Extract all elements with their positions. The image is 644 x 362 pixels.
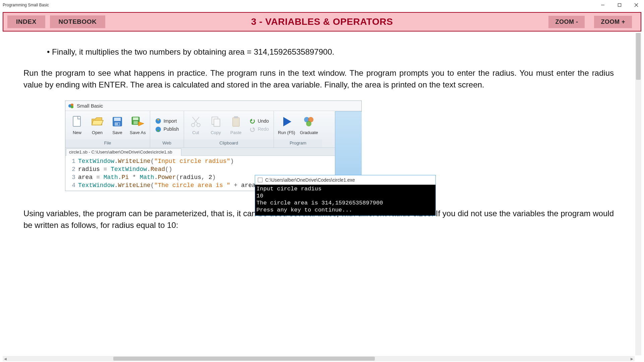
svg-point-6	[71, 106, 73, 108]
ribbon-label: Copy	[211, 130, 221, 136]
svg-rect-11	[118, 123, 119, 125]
copy-icon	[209, 114, 223, 129]
svg-line-19	[194, 117, 199, 124]
new-file-icon	[70, 114, 84, 129]
svg-rect-14	[133, 121, 138, 124]
editor-tab-label: circle1.sb - C:\Users\alber\OneDrive\Cod…	[69, 149, 172, 156]
paragraph: Run the program to see what happens in p…	[23, 67, 614, 91]
scrollbar-thumb[interactable]	[636, 33, 641, 80]
console-window: C:\Users\alber\OneDrive\Codes\circle1.ex…	[255, 175, 436, 216]
scroll-left-arrow-icon[interactable]: ◀	[3, 356, 8, 361]
ribbon-label: Save As	[130, 130, 146, 136]
save-as-icon	[130, 114, 145, 129]
editor-tab[interactable]: circle1.sb - C:\Users\alber\OneDrive\Cod…	[66, 148, 181, 156]
import-icon	[155, 118, 162, 124]
smallbasic-tabbar: circle1.sb - C:\Users\alber\OneDrive\Cod…	[65, 148, 361, 156]
ribbon-run-button[interactable]: Run (F5)	[276, 114, 297, 137]
svg-point-18	[197, 123, 200, 127]
line-number: 2	[65, 165, 78, 173]
ribbon-label: Save	[112, 130, 122, 136]
ribbon-label: Cut	[192, 130, 199, 136]
ribbon-group-web: Import Publish Web	[150, 111, 184, 147]
smallbasic-figure: Small Basic New	[65, 101, 437, 191]
svg-rect-22	[214, 119, 220, 126]
ribbon-paste-button[interactable]: Paste	[226, 114, 246, 137]
smallbasic-app-title: Small Basic	[77, 102, 103, 110]
ribbon-cut-button[interactable]: Cut	[186, 114, 206, 137]
ribbon-label: New	[73, 130, 81, 136]
ribbon-group-file: New Open	[65, 111, 150, 147]
content-viewport[interactable]: Finally, it multiplies the two numbers b…	[3, 33, 635, 355]
page-content: Finally, it multiplies the two numbers b…	[3, 33, 635, 231]
svg-marker-27	[283, 117, 291, 126]
ribbon-new-button[interactable]: New	[67, 114, 87, 137]
console-app-icon	[258, 178, 262, 182]
code-line: 1 TextWindow.WriteLine("Input circle rad…	[65, 157, 361, 165]
redo-arrow-icon	[249, 126, 256, 133]
ribbon-label: Redo	[258, 126, 269, 132]
svg-rect-1	[618, 4, 621, 7]
ribbon-undo-button[interactable]: Undo	[249, 118, 269, 124]
index-button[interactable]: INDEX	[7, 15, 45, 28]
line-number: 1	[65, 157, 78, 165]
smallbasic-ribbon: New Open	[65, 111, 361, 148]
svg-rect-23	[233, 118, 239, 126]
ribbon-redo-button[interactable]: Redo	[249, 126, 269, 132]
horizontal-scrollbar[interactable]: ◀ ▶	[3, 356, 635, 361]
console-title-text: C:\Users\alber\OneDrive\Codes\circle1.ex…	[265, 177, 355, 183]
main-toolbar: INDEX NOTEBOOK 3 - VARIABLES & OPERATORS…	[3, 12, 641, 32]
paste-clipboard-icon	[229, 114, 243, 129]
svg-point-17	[191, 123, 195, 127]
ribbon-graduate-button[interactable]: Graduate	[298, 114, 320, 137]
ribbon-copy-button[interactable]: Copy	[206, 114, 226, 137]
ribbon-group-clipboard: Cut Copy	[184, 111, 274, 147]
svg-rect-24	[234, 116, 238, 118]
console-output: Input circle radius 10 The circle area i…	[255, 185, 435, 216]
window-title: Programming Small Basic	[3, 3, 49, 7]
ribbon-saveas-button[interactable]: Save As	[128, 114, 148, 137]
console-titlebar: C:\Users\alber\OneDrive\Codes\circle1.ex…	[255, 175, 435, 185]
bullet-item: Finally, it multiplies the two numbers b…	[47, 46, 614, 58]
line-number: 4	[65, 181, 78, 189]
ribbon-group-label: Web	[150, 139, 184, 148]
svg-rect-7	[73, 116, 80, 126]
close-button[interactable]	[629, 0, 644, 10]
os-titlebar: Programming Small Basic	[0, 0, 644, 10]
ribbon-group-label: Program	[274, 139, 322, 148]
code-line: 2 radius = TextWindow.Read()	[65, 165, 361, 173]
ribbon-label: Import	[164, 118, 177, 124]
ribbon-save-button[interactable]: Save	[108, 114, 127, 137]
ribbon-publish-button[interactable]: Publish	[155, 126, 179, 132]
ribbon-label: Graduate	[300, 130, 318, 136]
notebook-button[interactable]: NOTEBOOK	[50, 15, 106, 28]
svg-point-30	[306, 121, 311, 126]
vertical-scrollbar[interactable]	[635, 33, 641, 355]
open-folder-icon	[90, 114, 105, 129]
ribbon-label: Run (F5)	[278, 130, 295, 136]
ribbon-group-label: Clipboard	[184, 139, 274, 148]
ribbon-label: Publish	[164, 126, 179, 132]
ribbon-label: Paste	[230, 130, 241, 136]
ribbon-label: Open	[92, 130, 103, 136]
ribbon-open-button[interactable]: Open	[87, 114, 107, 137]
window-controls	[595, 0, 644, 10]
smallbasic-logo-icon	[68, 103, 74, 109]
line-number: 3	[65, 173, 78, 181]
save-disk-icon	[110, 114, 125, 129]
maximize-button[interactable]	[612, 0, 627, 10]
minimize-button[interactable]	[595, 0, 610, 10]
zoom-out-button[interactable]: ZOOM -	[548, 16, 585, 28]
ribbon-group-program: Run (F5) Graduate Program	[274, 111, 322, 147]
run-play-icon	[279, 114, 294, 129]
scrollbar-thumb[interactable]	[113, 357, 375, 361]
publish-icon	[155, 126, 162, 133]
svg-rect-9	[114, 118, 121, 121]
ribbon-label: Undo	[258, 118, 269, 124]
zoom-in-button[interactable]: ZOOM +	[594, 16, 632, 28]
scroll-right-arrow-icon[interactable]: ▶	[629, 356, 635, 361]
svg-rect-13	[133, 117, 138, 120]
ribbon-import-button[interactable]: Import	[155, 118, 179, 124]
ribbon-group-label: File	[65, 139, 150, 148]
svg-line-20	[192, 117, 198, 124]
cut-scissors-icon	[188, 114, 203, 129]
